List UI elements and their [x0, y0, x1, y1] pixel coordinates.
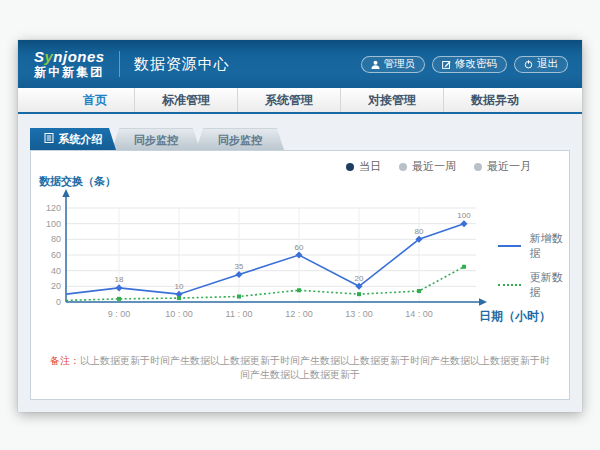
svg-text:35: 35	[235, 262, 244, 271]
svg-text:100: 100	[457, 211, 471, 220]
admin-user-button[interactable]: 管理员	[361, 56, 426, 73]
user-icon	[371, 60, 380, 69]
document-icon	[44, 128, 54, 150]
x-axis-title: 日期（小时）	[479, 308, 551, 325]
footnote-text: 以上数据更新于时间产生数据以上数据更新于时间产生数据以上数据更新于时间产生数据以…	[80, 355, 550, 380]
nav-item-system-management[interactable]: 系统管理	[237, 88, 340, 112]
logout-button[interactable]: 退出	[514, 56, 568, 73]
svg-text:11 : 00: 11 : 00	[226, 309, 253, 319]
nav-item-home[interactable]: 首页	[56, 88, 134, 112]
radio-last-week[interactable]: 最近一周	[399, 159, 456, 174]
tab-sync-monitor-2[interactable]: 同步监控	[196, 128, 284, 150]
svg-text:9 : 00: 9 : 00	[108, 309, 131, 319]
change-password-label: 修改密码	[455, 57, 497, 71]
footnote: 备注：以上数据更新于时间产生数据以上数据更新于时间产生数据以上数据更新于时间产生…	[31, 354, 569, 382]
svg-text:40: 40	[51, 266, 61, 276]
brand-logo-cn: 新中新集团	[34, 66, 105, 79]
radio-today[interactable]: 当日	[346, 159, 381, 174]
svg-text:10 : 00: 10 : 00	[165, 309, 193, 319]
chart-legend: 新增数据 更新数据	[498, 231, 569, 300]
svg-text:60: 60	[295, 243, 304, 252]
legend-line-solid-icon	[498, 245, 521, 247]
svg-text:13 : 00: 13 : 00	[345, 309, 373, 319]
y-axis-title: 数据交换（条）	[39, 174, 116, 189]
svg-text:20: 20	[355, 274, 364, 283]
svg-text:12 : 00: 12 : 00	[285, 309, 313, 319]
svg-text:10: 10	[175, 282, 184, 291]
edit-icon	[442, 60, 451, 69]
admin-user-label: 管理员	[384, 57, 416, 71]
tab-sync-monitor-1[interactable]: 同步监控	[112, 128, 200, 150]
footnote-prefix: 备注：	[50, 355, 80, 366]
svg-text:60: 60	[51, 250, 61, 260]
nav-item-standard-management[interactable]: 标准管理	[134, 88, 237, 112]
radio-dot	[399, 163, 407, 171]
radio-today-label: 当日	[359, 159, 381, 174]
svg-text:14 : 00: 14 : 00	[405, 309, 433, 319]
nav-item-data-change[interactable]: 数据异动	[443, 88, 546, 112]
tab-system-intro[interactable]: 系统介绍	[30, 128, 116, 150]
nav-item-integration-management[interactable]: 对接管理	[340, 88, 443, 112]
power-icon	[524, 60, 533, 69]
time-range-filter: 当日 最近一周 最近一月	[346, 159, 531, 174]
tab-system-intro-label: 系统介绍	[59, 128, 103, 150]
header-actions: 管理员 修改密码 退出	[361, 56, 569, 73]
legend-line-dotted-icon	[498, 284, 521, 286]
svg-text:120: 120	[46, 203, 61, 213]
svg-text:80: 80	[415, 227, 424, 236]
radio-last-week-label: 最近一周	[412, 159, 456, 174]
chart-panel: 当日 最近一周 最近一月 数据交换（条） 0204060801001209 : …	[30, 150, 570, 400]
legend-item-new-data: 新增数据	[498, 231, 569, 261]
tab-bar: 系统介绍 同步监控 同步监控	[30, 128, 284, 150]
svg-text:80: 80	[51, 234, 61, 244]
change-password-button[interactable]: 修改密码	[432, 56, 507, 73]
app-window: Synjones 新中新集团 数据资源中心 管理员 修改密码 退出 首页 标准管…	[18, 40, 582, 412]
app-header: Synjones 新中新集团 数据资源中心 管理员 修改密码 退出	[18, 40, 582, 88]
tab-sync-monitor-2-label: 同步监控	[218, 129, 262, 151]
legend-item-update-data: 更新数据	[498, 270, 569, 300]
tab-sync-monitor-1-label: 同步监控	[134, 129, 178, 151]
legend-update-data-label: 更新数据	[529, 270, 569, 300]
legend-new-data-label: 新增数据	[529, 231, 569, 261]
svg-text:18: 18	[115, 275, 124, 284]
radio-last-month-label: 最近一月	[487, 159, 531, 174]
main-nav: 首页 标准管理 系统管理 对接管理 数据异动	[18, 88, 582, 114]
radio-last-month[interactable]: 最近一月	[474, 159, 531, 174]
brand-logo-en: Synjones	[34, 49, 105, 66]
svg-text:0: 0	[56, 297, 61, 307]
radio-dot	[474, 163, 482, 171]
page-title: 数据资源中心	[119, 51, 230, 77]
svg-text:100: 100	[46, 219, 61, 229]
radio-dot	[346, 163, 354, 171]
brand-logo: Synjones 新中新集团	[34, 49, 105, 79]
svg-text:20: 20	[51, 281, 61, 291]
logout-label: 退出	[537, 57, 558, 71]
